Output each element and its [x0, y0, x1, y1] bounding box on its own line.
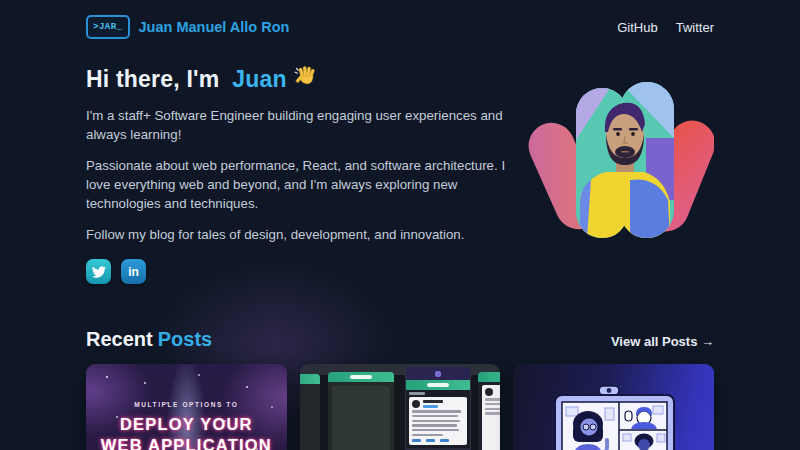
linkedin-icon[interactable]: in: [121, 259, 146, 284]
recent-title-accent: Posts: [158, 328, 212, 350]
recent-posts-title: RecentPosts: [86, 328, 212, 351]
nav-github-link[interactable]: GitHub: [617, 20, 657, 35]
post-overline: MULTIPLE OPTIONS TO: [86, 401, 287, 408]
tweet-avatar: [412, 400, 420, 408]
twitter-icon[interactable]: [86, 259, 111, 284]
phone-mockup: [478, 372, 501, 450]
recent-title-prefix: Recent: [86, 328, 153, 350]
page-background: >JAR_ Juan Manuel Allo Ron GitHub Twitte…: [0, 0, 800, 450]
post-cards: MULTIPLE OPTIONS TO DEPLOY YOUR WEB APPL…: [86, 364, 714, 450]
recent-posts-header: RecentPosts View all Posts →: [86, 328, 714, 351]
site-brand[interactable]: >JAR_ Juan Manuel Allo Ron: [86, 15, 289, 39]
post-card-mobile-app-screenshots[interactable]: [300, 364, 501, 450]
avatar: [528, 76, 714, 248]
hero-heading: Hi there, I'm Juan: [86, 64, 518, 94]
jar-logo[interactable]: >JAR_: [86, 15, 130, 39]
site-title[interactable]: Juan Manuel Allo Ron: [139, 19, 290, 35]
post-card-deploy-web-application[interactable]: MULTIPLE OPTIONS TO DEPLOY YOUR WEB APPL…: [86, 364, 287, 450]
social-links: in: [86, 259, 518, 284]
nav-twitter-link[interactable]: Twitter: [676, 20, 714, 35]
hero-paragraph-1: I'm a staff+ Software Engineer building …: [86, 106, 518, 144]
linkedin-glyph: in: [128, 266, 139, 278]
view-all-posts-link[interactable]: View all Posts →: [611, 334, 714, 349]
hero-paragraph-3: Follow my blog for tales of design, deve…: [86, 225, 518, 244]
top-nav: GitHub Twitter: [617, 20, 714, 35]
greeting-name: Juan: [232, 66, 286, 93]
site-header: >JAR_ Juan Manuel Allo Ron GitHub Twitte…: [86, 0, 714, 41]
phone-mockup: [300, 374, 320, 450]
phone-mockup: [328, 372, 394, 450]
waving-hand-icon: [294, 64, 318, 94]
video-call-monitor-illustration: [513, 364, 714, 450]
hero-section: Hi there, I'm Juan: [86, 64, 714, 284]
phone-mockup: [406, 367, 470, 450]
hero-paragraph-2: Passionate about web performance, React,…: [86, 156, 518, 213]
post-title: DEPLOY YOUR WEB APPLICATION: [86, 414, 287, 450]
star-field: [106, 376, 108, 378]
greeting-text: Hi there, I'm: [86, 66, 219, 93]
post-card-video-call-illustration[interactable]: [513, 364, 714, 450]
tweet-card: [409, 397, 467, 445]
